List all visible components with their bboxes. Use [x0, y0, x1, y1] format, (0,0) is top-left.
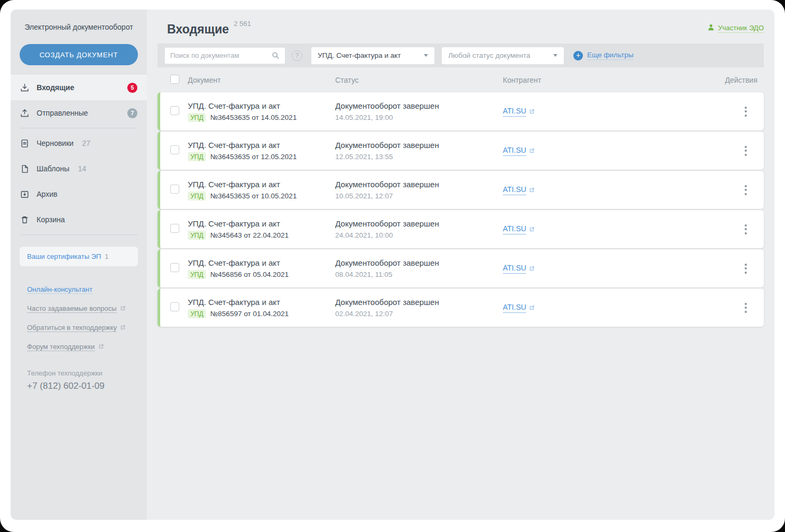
row-actions-button[interactable] — [742, 300, 749, 316]
sidebar-item-label: Архив — [37, 190, 57, 198]
row-checkbox[interactable] — [170, 224, 179, 233]
inbox-download-icon — [20, 83, 29, 92]
create-document-button[interactable]: СОЗДАТЬ ДОКУМЕНТ — [20, 44, 138, 65]
document-number: №345643 от 22.04.2021 — [210, 231, 289, 239]
row-checkbox[interactable] — [170, 145, 179, 154]
row-actions-button[interactable] — [742, 103, 749, 120]
table-row[interactable]: УПД. Счет-фактура и акт УПД №36453635 от… — [158, 92, 764, 130]
chevron-down-icon — [553, 54, 557, 57]
support-phone-block: Телефон техподдержки +7 (812) 602-01-09 — [27, 369, 137, 391]
contractor-link[interactable]: ATI.SU — [503, 185, 535, 195]
certificates-count: 1 — [105, 252, 109, 260]
document-status-date: 12.05.2021, 13:55 — [335, 153, 503, 161]
select-all-checkbox[interactable] — [170, 75, 179, 84]
row-actions-button[interactable] — [742, 143, 749, 159]
row-checkbox[interactable] — [170, 302, 179, 311]
sidebar-menu-item[interactable]: Входящие 5 — [11, 75, 147, 100]
actions-cell — [713, 221, 764, 238]
row-actions-button[interactable] — [742, 260, 749, 277]
table-row[interactable]: УПД. Счет-фактура и акт УПД №36453635 от… — [158, 171, 764, 209]
status-cell: Документооборот завершен 08.04.2021, 11:… — [335, 258, 503, 278]
support-link-row: Часто задаваемые вопросы — [27, 303, 137, 314]
row-actions-button[interactable] — [742, 221, 749, 238]
help-icon[interactable]: ? — [292, 50, 302, 61]
document-title: УПД. Счет-фактура и акт — [188, 180, 335, 189]
document-title: УПД. Счет-фактура и акт — [188, 258, 335, 267]
external-link-icon — [529, 187, 535, 193]
contractor-name: ATI.SU — [503, 264, 526, 274]
document-subtitle: УПД №36453635 от 14.05.2021 — [188, 113, 335, 122]
document-status: Документооборот завершен — [335, 219, 503, 228]
column-header-contractor: Контрагент — [503, 76, 713, 84]
sidebar-item-label: Корзина — [37, 215, 65, 224]
archive-icon — [20, 190, 29, 199]
chevron-down-icon — [424, 54, 428, 57]
status-value: Любой статус документа — [448, 51, 530, 59]
sidebar-menu-item[interactable]: Архив — [11, 181, 147, 207]
table-row[interactable]: УПД. Счет-фактура и акт УПД №345643 от 2… — [158, 210, 764, 248]
doc-type-value: УПД. Счет-фактура и акт — [318, 51, 401, 59]
app-window: Электронный документооборот СОЗДАТЬ ДОКУ… — [0, 0, 785, 532]
status-cell: Документооборот завершен 12.05.2021, 13:… — [335, 141, 503, 161]
document-type-tag: УПД — [188, 309, 206, 318]
document-number: №36453635 от 10.05.2021 — [210, 192, 296, 200]
row-checkbox-cell — [160, 106, 188, 117]
row-actions-button[interactable] — [742, 182, 749, 198]
certificates-button[interactable]: Ваши сертификаты ЭП 1 — [20, 247, 138, 266]
sidebar-menu-item[interactable]: Черновики 27 — [11, 130, 147, 156]
sidebar-item-count: 14 — [78, 164, 86, 173]
document-type-tag: УПД — [188, 191, 206, 200]
contractor-cell: ATI.SU — [503, 106, 713, 117]
more-filters-link[interactable]: + Еще фильтры — [573, 51, 633, 60]
contractor-link[interactable]: ATI.SU — [503, 264, 535, 274]
sidebar: Электронный документооборот СОЗДАТЬ ДОКУ… — [11, 10, 147, 520]
actions-cell — [713, 182, 764, 198]
support-link[interactable]: Форум техподдержки — [27, 343, 95, 351]
main-header: Входящие2 561 Участник ЭДО — [158, 10, 764, 35]
row-checkbox[interactable] — [170, 263, 179, 272]
row-checkbox[interactable] — [170, 106, 179, 115]
participant-link[interactable]: Участник ЭДО — [707, 23, 764, 33]
contractor-link[interactable]: ATI.SU — [503, 107, 535, 117]
support-link[interactable]: Обратиться в техподдержку — [27, 324, 117, 332]
search-box — [164, 47, 285, 64]
actions-cell — [713, 143, 764, 159]
sidebar-menu-item[interactable]: Отправленные 7 — [11, 100, 147, 126]
sidebar-menu: Входящие 5 Отправленные 7 Черновики — [11, 75, 147, 232]
table-row[interactable]: УПД. Счет-фактура и акт УПД №456856 от 0… — [158, 249, 764, 287]
document-subtitle: УПД №345643 от 22.04.2021 — [188, 231, 335, 240]
document-subtitle: УПД №456856 от 05.04.2021 — [188, 270, 335, 279]
table-row[interactable]: УПД. Счет-фактура и акт УПД №36453635 от… — [158, 132, 764, 170]
sidebar-item-label: Входящие — [37, 83, 74, 92]
document-cell: УПД. Счет-фактура и акт УПД №345643 от 2… — [188, 219, 335, 240]
sidebar-divider — [20, 234, 137, 235]
status-select[interactable]: Любой статус документа — [442, 47, 564, 64]
document-status: Документооборот завершен — [335, 101, 503, 110]
search-icon[interactable] — [272, 51, 280, 59]
table-row[interactable]: УПД. Счет-фактура и акт УПД №856597 от 0… — [158, 289, 764, 327]
document-subtitle: УПД №36453635 от 10.05.2021 — [188, 191, 335, 200]
document-cell: УПД. Счет-фактура и акт УПД №36453635 от… — [188, 180, 335, 200]
support-link[interactable]: Часто задаваемые вопросы — [27, 304, 117, 313]
draft-icon — [20, 139, 29, 148]
search-input[interactable] — [170, 51, 272, 59]
sidebar-menu-item[interactable]: Корзина — [11, 207, 147, 232]
contractor-link[interactable]: ATI.SU — [503, 224, 535, 234]
document-subtitle: УПД №36453635 от 12.05.2021 — [188, 152, 335, 161]
sidebar-item-count: 27 — [82, 139, 91, 147]
row-checkbox[interactable] — [170, 185, 179, 194]
contractor-link[interactable]: ATI.SU — [503, 146, 535, 156]
contractor-link[interactable]: ATI.SU — [503, 303, 535, 313]
app-title: Электронный документооборот — [11, 10, 147, 31]
document-title: УПД. Счет-фактура и акт — [188, 141, 335, 150]
select-all-cell — [158, 75, 188, 85]
row-checkbox-cell — [160, 185, 188, 196]
external-link-icon — [529, 226, 535, 232]
status-cell: Документооборот завершен 02.04.2021, 12:… — [335, 298, 503, 318]
doc-type-select[interactable]: УПД. Счет-фактура и акт — [311, 47, 434, 64]
document-title: УПД. Счет-фактура и акт — [188, 219, 335, 228]
contractor-cell: ATI.SU — [503, 263, 713, 274]
document-number: №36453635 от 12.05.2021 — [210, 153, 296, 161]
support-link[interactable]: Онлайн-консультант — [27, 285, 92, 294]
sidebar-menu-item[interactable]: Шаблоны 14 — [11, 156, 147, 181]
